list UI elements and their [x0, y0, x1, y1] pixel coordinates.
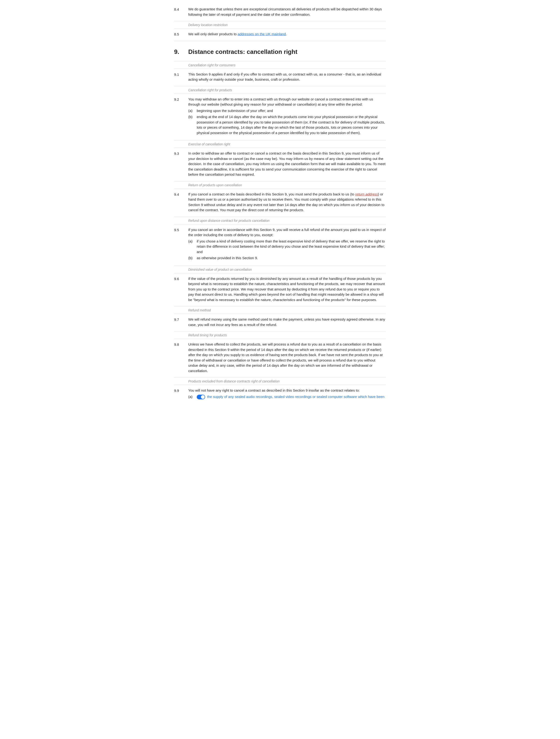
- uk-mainland-link[interactable]: addresses on the UK mainland: [238, 32, 286, 36]
- divider: [174, 224, 386, 225]
- divider: [174, 331, 386, 331]
- list-item: (a) if you chose a kind of delivery cost…: [188, 239, 386, 255]
- sublabel-return: Return of products upon cancellation: [188, 183, 386, 188]
- toggle-switch[interactable]: [197, 395, 205, 399]
- section-text-8-5: We will only deliver products to address…: [188, 31, 386, 37]
- section-num-9-4: 9.4: [174, 192, 188, 213]
- sublabel-delivery: Delivery location restriction: [188, 23, 386, 27]
- list-text-b: as otherwise provided in this Section 9.: [197, 256, 386, 261]
- list-text-a: beginning upon the submission of your of…: [197, 108, 386, 114]
- sublabel-cancellation-consumers: Cancellation right for consumers: [188, 63, 386, 68]
- list-text-a: the supply of any sealed audio recording…: [197, 394, 386, 400]
- heading-9: 9. Distance contracts: cancellation righ…: [174, 45, 386, 59]
- section-9-4: 9.4 If you cancel a contract on the basi…: [174, 190, 386, 215]
- section-9-6: 9.6 If the value of the products returne…: [174, 274, 386, 305]
- return-address-link[interactable]: return address: [355, 192, 378, 196]
- list-text-b: ending at the end of 14 days after the d…: [197, 114, 386, 136]
- heading-num-9: 9.: [174, 47, 188, 56]
- section-num-9-9: 9.9: [174, 388, 188, 400]
- toggle-container: [197, 395, 205, 399]
- divider: [174, 181, 386, 181]
- list-item: (b) as otherwise provided in this Sectio…: [188, 256, 386, 261]
- list-label-a: (a): [188, 239, 197, 255]
- sublabel-cancellation-products: Cancellation right for products: [188, 88, 386, 93]
- sublabel-exercise: Exercise of cancellation right: [188, 142, 386, 147]
- list-label-b: (b): [188, 256, 197, 261]
- section-9-9-list: (a) the supply of any sealed audio recor…: [188, 394, 386, 400]
- divider: [174, 377, 386, 378]
- section-9-2-list: (a) beginning upon the submission of you…: [188, 108, 386, 136]
- list-label-b: (b): [188, 114, 197, 136]
- section-text-9-7: We will refund money using the same meth…: [188, 317, 386, 327]
- section-num-9-5: 9.5: [174, 227, 188, 262]
- list-label-a: (a): [188, 394, 197, 400]
- section-8-4: 8.4 We do guarantee that unless there ar…: [174, 5, 386, 19]
- section-9-3: 9.3 In order to withdraw an offer to con…: [174, 149, 386, 179]
- highlighted-text: the supply of any sealed audio recording…: [207, 395, 385, 399]
- heading-text-9: Distance contracts: cancellation right: [188, 47, 297, 56]
- section-text-9-6: If the value of the products returned by…: [188, 276, 386, 303]
- section-9-9-intro: You will not have any right to cancel a …: [188, 388, 360, 392]
- document-content: 8.4 We do guarantee that unless there ar…: [174, 5, 386, 402]
- section-9-7: 9.7 We will refund money using the same …: [174, 315, 386, 329]
- section-text-9-2: You may withdraw an offer to enter into …: [188, 97, 386, 137]
- divider: [174, 314, 386, 314]
- sublabel-refund-distance: Refund upon distance contract for produc…: [188, 218, 386, 223]
- section-text-9-9: You will not have any right to cancel a …: [188, 388, 386, 400]
- sublabel-refund-method: Refund method: [188, 308, 386, 313]
- section-9-2-intro: You may withdraw an offer to enter into …: [188, 97, 373, 107]
- section-num-9-1: 9.1: [174, 72, 188, 82]
- section-num-9-8: 9.8: [174, 342, 188, 374]
- list-item: (a) beginning upon the submission of you…: [188, 108, 386, 114]
- section-9-1: 9.1 This Section 9 applies if and only i…: [174, 70, 386, 84]
- section-9-2: 9.2 You may withdraw an offer to enter i…: [174, 95, 386, 139]
- section-num-9-7: 9.7: [174, 317, 188, 327]
- divider: [174, 273, 386, 273]
- section-num-8-4: 8.4: [174, 7, 188, 17]
- section-text-8-4: We do guarantee that unless there are ex…: [188, 7, 386, 17]
- section-text-9-3: In order to withdraw an offer to contrac…: [188, 151, 386, 177]
- section-text-9-4: If you cancel a contract on the basis de…: [188, 192, 386, 213]
- divider: [174, 266, 386, 266]
- section-num-8-5: 8.5: [174, 31, 188, 37]
- divider: [174, 216, 386, 217]
- sublabel-refund-timing: Refund timing for products: [188, 333, 386, 338]
- section-8-5: 8.5 We will only deliver products to add…: [174, 30, 386, 39]
- section-text-9-8: Unless we have offered to collect the pr…: [188, 342, 386, 374]
- section-num-9-3: 9.3: [174, 151, 188, 177]
- section-9-5: 9.5 If you cancel an order in accordance…: [174, 225, 386, 264]
- sublabel-excluded: Products excluded from distance contract…: [188, 379, 386, 384]
- divider: [174, 94, 386, 94]
- section-9-8: 9.8 Unless we have offered to collect th…: [174, 340, 386, 376]
- list-item: (a) the supply of any sealed audio recor…: [188, 394, 386, 400]
- section-num-9-2: 9.2: [174, 97, 188, 137]
- list-item: (b) ending at the end of 14 days after t…: [188, 114, 386, 136]
- divider: [174, 148, 386, 148]
- divider: [174, 28, 386, 29]
- section-9-5-list: (a) if you chose a kind of delivery cost…: [188, 239, 386, 261]
- section-num-9-6: 9.6: [174, 276, 188, 303]
- sublabel-diminished: Diminished value of product on cancellat…: [188, 267, 386, 272]
- section-text-9-5: If you cancel an order in accordance wit…: [188, 227, 386, 262]
- section-9-5-intro: If you cancel an order in accordance wit…: [188, 228, 386, 237]
- section-9-9: 9.9 You will not have any right to cance…: [174, 386, 386, 402]
- divider: [174, 41, 386, 41]
- section-text-9-1: This Section 9 applies if and only if yo…: [188, 72, 386, 82]
- divider: [174, 61, 386, 61]
- list-text-a: if you chose a kind of delivery costing …: [197, 239, 386, 255]
- list-label-a: (a): [188, 108, 197, 114]
